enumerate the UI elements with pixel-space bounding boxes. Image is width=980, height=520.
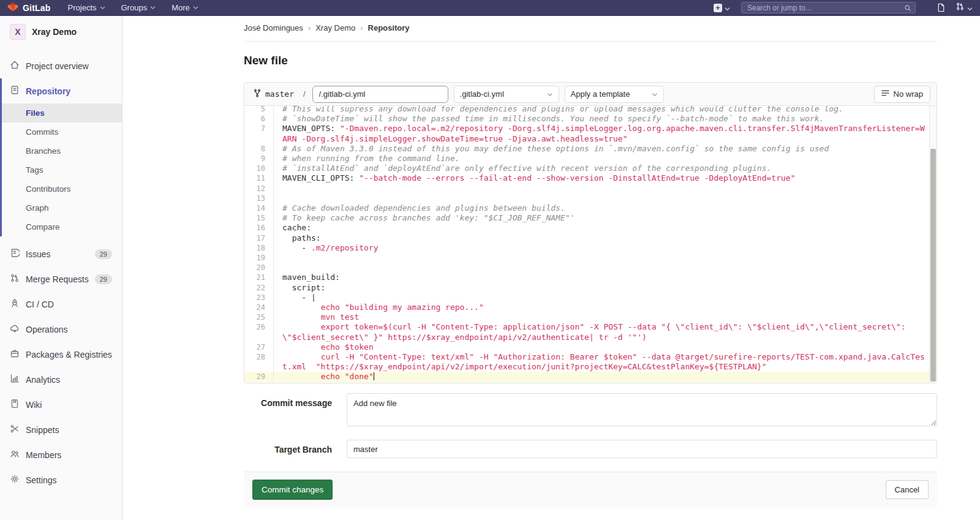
sidebar-item-settings[interactable]: Settings (0, 467, 122, 492)
sidebar-item-packages-registries[interactable]: Packages & Registries (0, 342, 122, 367)
nav-menu-projects[interactable]: Projects (68, 3, 105, 12)
code-line-text: MAVEN_CLI_OPTS: "--batch-mode --errors -… (274, 173, 929, 183)
line-number: 9 (244, 154, 274, 164)
chevron-down-icon (193, 6, 198, 10)
file-type-select[interactable]: .gitlab-ci.yml (454, 86, 559, 103)
code-line: 10# `installAtEnd` and `deployAtEnd`are … (244, 164, 929, 173)
line-number: 16 (244, 223, 274, 233)
code-line: 18 - .m2/repository (244, 243, 929, 253)
apply-template-select[interactable]: Apply a template (565, 86, 664, 103)
sidebar-subitem-graph[interactable]: Graph (2, 198, 122, 217)
code-line-text: # Cache downloaded dependencies and plug… (274, 203, 929, 213)
document-icon[interactable] (937, 3, 946, 12)
commit-message-input[interactable]: Add new file (347, 393, 937, 426)
gear-icon (10, 474, 20, 486)
breadcrumb-separator: › (360, 23, 363, 32)
breadcrumb-xray-demo[interactable]: Xray Demo (315, 23, 355, 32)
code-line-text: export token=$(curl -H "Content-Type: ap… (274, 322, 929, 342)
search-input[interactable] (741, 2, 916, 13)
sidebar-subitem-contributors[interactable]: Contributors (2, 179, 122, 198)
line-number: 27 (244, 342, 274, 352)
sidebar-item-ci-cd[interactable]: CI / CD (0, 292, 122, 317)
cancel-button[interactable]: Cancel (886, 480, 929, 499)
plus-icon: + (714, 4, 722, 12)
code-line-text: echo "done" (274, 372, 929, 382)
filename-input[interactable] (312, 86, 448, 103)
line-number: 14 (244, 203, 274, 213)
line-number: 11 (244, 173, 274, 183)
chevron-down-icon (652, 89, 658, 99)
project-header[interactable]: X Xray Demo (0, 16, 122, 47)
sidebar-item-snippets[interactable]: Snippets (0, 417, 122, 442)
line-number: 7 (244, 124, 274, 143)
branch-icon (253, 89, 262, 99)
people-icon (10, 449, 20, 461)
line-number: 8 (244, 144, 274, 154)
chevron-down-icon (967, 2, 973, 13)
code-line: 17 paths: (244, 233, 929, 243)
code-line-text: curl -H "Content-Type: text/xml" -H "Aut… (274, 352, 929, 372)
nav-menu-more[interactable]: More (172, 3, 198, 12)
new-menu-button[interactable]: + (714, 2, 730, 13)
code-line-text: # To keep cache across branches add 'key… (274, 213, 929, 223)
code-line-text: MAVEN_OPTS: "-Dmaven.repo.local=.m2/repo… (274, 124, 929, 143)
breadcrumb-repository: Repository (368, 23, 410, 32)
code-line-text: maven_build: (274, 273, 929, 282)
sidebar-item-label: Analytics (26, 375, 112, 385)
sidebar-item-project-overview[interactable]: Project overview (0, 53, 122, 78)
commit-changes-button[interactable]: Commit changes (252, 480, 333, 500)
code-editor[interactable]: 5# This will supress any download for de… (244, 106, 937, 383)
code-line: 29 echo "done" (244, 372, 929, 382)
sidebar-subitem-branches[interactable]: Branches (2, 141, 122, 160)
line-number: 28 (244, 352, 274, 372)
code-line: 11MAVEN_CLI_OPTS: "--batch-mode --errors… (244, 173, 929, 183)
code-line: 16cache: (244, 223, 929, 233)
sidebar-item-label: Operations (26, 325, 112, 334)
issues-icon (10, 248, 20, 260)
line-number: 10 (244, 164, 274, 173)
target-branch-input[interactable] (347, 440, 937, 458)
sidebar-item-merge-requests[interactable]: Merge Requests29 (0, 266, 122, 292)
nav-menu-label: Groups (121, 3, 148, 12)
code-line-text: paths: (274, 233, 929, 243)
sidebar-item-analytics[interactable]: Analytics (0, 367, 122, 392)
sidebar-item-repository[interactable]: Repository (2, 78, 122, 104)
code-line-text: - .m2/repository (274, 243, 929, 253)
code-line-text: mvn test (274, 312, 929, 322)
merge-request-menu[interactable] (956, 2, 973, 13)
target-branch-row: Target Branch (244, 440, 937, 458)
code-line-text (274, 194, 929, 203)
text-cursor (374, 372, 374, 380)
line-number: 19 (244, 253, 274, 263)
nav-menu-groups[interactable]: Groups (121, 3, 156, 12)
code-line: 13 (244, 194, 929, 203)
code-line: 5# This will supress any download for de… (244, 106, 929, 114)
line-number: 20 (244, 263, 274, 273)
path-separator: / (303, 89, 306, 99)
scrollbar-thumb[interactable] (930, 149, 936, 382)
sidebar-item-label: Project overview (26, 61, 112, 71)
sidebar-subitem-compare[interactable]: Compare (2, 217, 122, 236)
cloud-icon (10, 323, 20, 335)
code-line: 23 - | (244, 293, 929, 303)
sidebar-item-issues[interactable]: Issues29 (0, 241, 122, 266)
code-line-text: cache: (274, 223, 929, 233)
form-footer: Commit changes Cancel (244, 472, 937, 507)
sidebar-item-wiki[interactable]: Wiki (0, 392, 122, 417)
code-line: 28 curl -H "Content-Type: text/xml" -H "… (244, 352, 929, 372)
sidebar-subitem-commits[interactable]: Commits (2, 122, 122, 141)
sidebar-subitem-tags[interactable]: Tags (2, 160, 122, 179)
breadcrumb: José Domingues›Xray Demo›Repository (244, 23, 937, 42)
breadcrumb-jos-domingues[interactable]: José Domingues (244, 23, 303, 32)
branch-name: master (265, 89, 294, 99)
chevron-down-icon (547, 89, 553, 99)
sidebar-item-operations[interactable]: Operations (0, 317, 122, 342)
sidebar-subitem-files[interactable]: Files (2, 104, 122, 122)
sidebar-item-members[interactable]: Members (0, 442, 122, 467)
commit-message-row: Commit message Add new file (244, 393, 937, 426)
code-line: 19 (244, 253, 929, 263)
gitlab-home-link[interactable]: GitLab (7, 1, 51, 14)
line-number: 13 (244, 194, 274, 203)
top-navbar: GitLab ProjectsGroupsMore + (0, 0, 980, 16)
no-wrap-button[interactable]: No wrap (874, 86, 930, 103)
